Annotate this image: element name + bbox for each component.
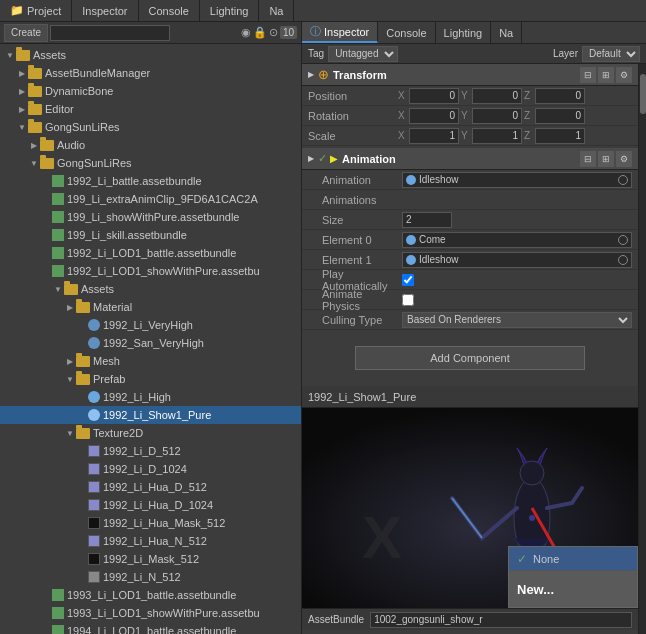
tree-item-texture2d[interactable]: Texture2D <box>0 424 301 442</box>
icon-dot[interactable]: ⊙ <box>269 26 278 39</box>
scale-x-input[interactable] <box>409 128 459 144</box>
scale-x-label: X <box>398 130 408 141</box>
position-x-input[interactable] <box>409 88 459 104</box>
tree-item-f3[interactable]: 199_Li_showWithPure.assetbundle <box>0 208 301 226</box>
dropdown-item-new[interactable]: New... <box>509 571 637 607</box>
add-component-button[interactable]: Add Component <box>355 346 585 370</box>
tree-item-f9[interactable]: 1994_Li_LOD1_battle.assetbundle <box>0 622 301 634</box>
tree-item-t5[interactable]: 1992_Li_Hua_Mask_512 <box>0 514 301 532</box>
element1-ref[interactable]: Idleshow <box>402 252 632 268</box>
tree-item-dynamicbone[interactable]: DynamicBone <box>0 82 301 100</box>
animation-arrow: ▶ <box>308 154 314 163</box>
tab-console-top[interactable]: Console <box>139 0 200 22</box>
tree-item-f2[interactable]: 199_Li_extraAnimClip_9FD6A1CAC2A <box>0 190 301 208</box>
e1-ref-circle[interactable] <box>618 255 628 265</box>
inspector-scrollbar[interactable] <box>638 64 646 634</box>
tree-item-audio[interactable]: Audio <box>0 136 301 154</box>
tree-item-assets[interactable]: Assets <box>0 46 301 64</box>
transform-btn3[interactable]: ⚙ <box>616 67 632 83</box>
create-button[interactable]: Create <box>4 24 48 42</box>
tree-item-p1[interactable]: 1992_Li_High <box>0 388 301 406</box>
tree-item-t7[interactable]: 1992_Li_Mask_512 <box>0 550 301 568</box>
animation-object-ref[interactable]: Idleshow <box>402 172 632 188</box>
tree-item-editor[interactable]: Editor <box>0 100 301 118</box>
tree-item-t1[interactable]: 1992_Li_D_512 <box>0 442 301 460</box>
tree-item-gsl2[interactable]: GongSunLiRes <box>0 154 301 172</box>
animations-label: Animations <box>322 194 402 206</box>
tree-item-assetbundlemanager[interactable]: AssetBundleManager <box>0 64 301 82</box>
scene-view[interactable]: X ✓ None New... <box>302 408 638 608</box>
e0-ref-circle[interactable] <box>618 235 628 245</box>
position-y-input[interactable] <box>472 88 522 104</box>
rotation-z-input[interactable] <box>535 108 585 124</box>
tab-project[interactable]: 📁 Project <box>0 0 72 22</box>
rotation-x-field: X <box>398 108 459 124</box>
tree-item-material[interactable]: Material <box>0 298 301 316</box>
arrow-texture2d <box>64 427 76 439</box>
scrollbar-thumb[interactable] <box>640 74 646 114</box>
tree-item-f1[interactable]: 1992_Li_battle.assetbundle <box>0 172 301 190</box>
icon-lock[interactable]: 🔒 <box>253 26 267 39</box>
animate-physics-checkbox[interactable] <box>402 294 414 306</box>
ab-value-input[interactable] <box>370 612 632 628</box>
scale-y-input[interactable] <box>472 128 522 144</box>
anim-btn3[interactable]: ⚙ <box>616 151 632 167</box>
rotation-y-input[interactable] <box>472 108 522 124</box>
anim-btn1[interactable]: ⊟ <box>580 151 596 167</box>
tree-item-m1[interactable]: 1992_Li_VeryHigh <box>0 316 301 334</box>
tab-lighting[interactable]: Lighting <box>436 22 492 43</box>
layer-select[interactable]: Default <box>582 46 640 62</box>
console-tab-label: Console <box>149 5 189 17</box>
tab-inspector-top[interactable]: Inspector <box>72 0 138 22</box>
tree-item-t3[interactable]: 1992_Li_Hua_D_512 <box>0 478 301 496</box>
tree-item-mesh[interactable]: Mesh <box>0 352 301 370</box>
transform-btn1[interactable]: ⊟ <box>580 67 596 83</box>
tree-item-m2[interactable]: 1992_San_VeryHigh <box>0 334 301 352</box>
transform-header[interactable]: ▶ ⊕ Transform ⊟ ⊞ ⚙ <box>302 64 638 86</box>
anim-check[interactable]: ✓ <box>318 152 327 165</box>
e0-ref-icon <box>406 235 416 245</box>
tree-item-assets-sub[interactable]: Assets <box>0 280 301 298</box>
rotation-fields: X Y Z <box>398 108 632 124</box>
search-input[interactable] <box>50 25 170 41</box>
tree-item-f7[interactable]: 1993_Li_LOD1_battle.assetbundle <box>0 586 301 604</box>
scale-y-label: Y <box>461 130 471 141</box>
icon-eyedropper[interactable]: ◉ <box>241 26 251 39</box>
position-z-input[interactable] <box>535 88 585 104</box>
anim-btn2[interactable]: ⊞ <box>598 151 614 167</box>
rotation-x-input[interactable] <box>409 108 459 124</box>
tab-lighting-top[interactable]: Lighting <box>200 0 260 22</box>
size-input[interactable] <box>402 212 452 228</box>
play-auto-checkbox[interactable] <box>402 274 414 286</box>
tree-item-f6[interactable]: 1992_Li_LOD1_showWithPure.assetbu <box>0 262 301 280</box>
tab-inspector[interactable]: ⓘ Inspector <box>302 22 378 43</box>
tree-item-t4[interactable]: 1992_Li_Hua_D_1024 <box>0 496 301 514</box>
transform-btn2[interactable]: ⊞ <box>598 67 614 83</box>
tree-item-f5[interactable]: 1992_Li_LOD1_battle.assetbundle <box>0 244 301 262</box>
animation-header[interactable]: ▶ ✓ ▶ Animation ⊟ ⊞ ⚙ <box>302 148 638 170</box>
culling-select[interactable]: Based On Renderers <box>402 312 632 328</box>
tab-na[interactable]: Na <box>491 22 522 43</box>
rotation-label: Rotation <box>308 110 398 122</box>
assets-tree[interactable]: Assets AssetBundleManager DynamicBone Ed… <box>0 44 301 634</box>
tree-item-prefab[interactable]: Prefab <box>0 370 301 388</box>
folder-icon-db <box>28 86 42 97</box>
tree-item-gsl[interactable]: GongSunLiRes <box>0 118 301 136</box>
tree-item-t2[interactable]: 1992_Li_D_1024 <box>0 460 301 478</box>
dropdown-item-none[interactable]: ✓ None <box>509 547 637 571</box>
lighting-tab-label: Lighting <box>210 5 249 17</box>
tree-item-t6[interactable]: 1992_Li_Hua_N_512 <box>0 532 301 550</box>
tree-item-f4[interactable]: 199_Li_skill.assetbundle <box>0 226 301 244</box>
tag-select[interactable]: Untagged <box>328 46 398 62</box>
scale-z-input[interactable] <box>535 128 585 144</box>
tab-console[interactable]: Console <box>378 22 435 43</box>
tree-item-f8[interactable]: 1993_Li_LOD1_showWithPure.assetbu <box>0 604 301 622</box>
element0-ref[interactable]: Come <box>402 232 632 248</box>
db-label: DynamicBone <box>45 85 113 97</box>
arrow-audio <box>28 139 40 151</box>
tree-item-t8[interactable]: 1992_Li_N_512 <box>0 568 301 586</box>
tree-item-p2[interactable]: 1992_Li_Show1_Pure <box>0 406 301 424</box>
transform-title: Transform <box>333 69 387 81</box>
tab-na-top[interactable]: Na <box>259 0 294 22</box>
anim-ref-circle[interactable] <box>618 175 628 185</box>
